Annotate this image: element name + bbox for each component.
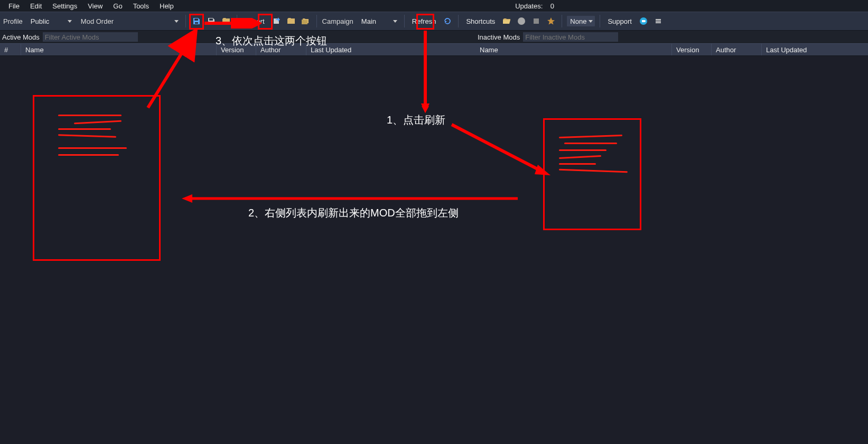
col-version[interactable]: Version (672, 44, 712, 55)
launch-mode-dropdown[interactable]: None (566, 15, 595, 27)
active-pane-header: Active Mods (0, 31, 475, 43)
menu-help[interactable]: Help (154, 1, 179, 12)
folder-open-icon (502, 17, 511, 25)
chevron-down-icon (589, 20, 593, 23)
updates-count: 0 (550, 2, 554, 10)
launch-icon (547, 17, 555, 25)
active-mods-list[interactable] (0, 56, 475, 444)
menu-view[interactable]: View (82, 1, 108, 12)
updates-label: Updates: (515, 2, 543, 10)
col-index[interactable]: # (0, 44, 21, 55)
workshop-icon (532, 17, 540, 25)
col-last-updated[interactable]: Last Updated (762, 44, 868, 55)
inactive-mods-list[interactable] (475, 56, 868, 444)
updates-status: Updates: 0 (511, 1, 558, 12)
col-version[interactable]: Version (217, 44, 256, 55)
active-columns-header: # Name Version Author Last Updated (0, 43, 475, 56)
menu-go[interactable]: Go (108, 1, 127, 12)
export-order-button[interactable] (270, 15, 283, 27)
folders-icon (302, 17, 310, 25)
import-order-button[interactable] (220, 15, 232, 27)
campaign-dropdown[interactable]: Main (358, 15, 400, 27)
save-icon (192, 17, 201, 25)
separator (404, 15, 405, 27)
toolbar: Profile Public Mod Order Export Campaign… (0, 12, 868, 31)
svg-rect-4 (656, 21, 661, 22)
menu-tools[interactable]: Tools (128, 1, 154, 12)
support-menu-button[interactable] (652, 15, 665, 27)
separator (458, 15, 459, 27)
col-author[interactable]: Author (256, 44, 306, 55)
separator (237, 15, 237, 27)
refresh-icon (443, 17, 452, 25)
inactive-mods-filter[interactable] (523, 32, 618, 42)
menubar: File Edit Settings View Go Tools Help Up… (0, 0, 868, 12)
support-label: Support (604, 17, 635, 25)
svg-rect-3 (656, 19, 661, 20)
menu-file[interactable]: File (3, 1, 25, 12)
col-name[interactable]: Name (475, 44, 672, 55)
modorder-dropdown[interactable] (118, 15, 181, 27)
chevron-down-icon (393, 20, 397, 23)
campaign-value: Main (361, 17, 376, 25)
active-mods-pane: Active Mods # Name Version Author Last U… (0, 31, 475, 444)
inactive-mods-title: Inactive Mods (478, 33, 520, 41)
col-last-updated[interactable]: Last Updated (306, 44, 475, 55)
chevron-down-icon (174, 20, 179, 23)
menu-edit[interactable]: Edit (25, 1, 47, 12)
menu-icon (654, 17, 662, 25)
separator (316, 15, 317, 27)
refresh-label[interactable]: Refresh (409, 17, 440, 25)
save-button[interactable] (190, 15, 203, 27)
svg-point-0 (518, 17, 525, 25)
svg-rect-1 (534, 18, 539, 24)
shortcut-folder-button[interactable] (500, 15, 513, 27)
separator (185, 15, 186, 27)
active-mods-filter[interactable] (43, 32, 138, 42)
active-mods-title: Active Mods (2, 33, 40, 41)
svg-rect-5 (656, 22, 661, 23)
profile-label: Profile (2, 17, 25, 25)
support-kofi-button[interactable] (637, 15, 650, 27)
inactive-pane-header: Inactive Mods (475, 31, 868, 43)
campaign-label: Campaign (321, 17, 356, 25)
open-folder-b-button[interactable] (300, 15, 312, 27)
folder-icon (287, 17, 295, 25)
export-button[interactable]: Export (241, 17, 268, 25)
menu-settings[interactable]: Settings (47, 1, 82, 12)
open-folder-a-button[interactable] (285, 15, 297, 27)
main-area: Active Mods # Name Version Author Last U… (0, 31, 868, 444)
separator (562, 15, 562, 27)
shortcut-launch-button[interactable] (545, 15, 557, 27)
import-icon (222, 17, 230, 25)
col-author[interactable]: Author (712, 44, 762, 55)
shortcuts-label: Shortcuts (463, 17, 498, 25)
kofi-icon (639, 17, 648, 25)
refresh-button[interactable] (441, 15, 454, 27)
separator (600, 15, 600, 27)
steam-icon (517, 17, 526, 25)
inactive-columns-header: Name Version Author Last Updated (475, 43, 868, 56)
profile-dropdown[interactable]: Public (27, 15, 74, 27)
col-name[interactable]: Name (21, 44, 217, 55)
launch-mode-value: None (570, 17, 586, 25)
inactive-mods-pane: Inactive Mods Name Version Author Last U… (475, 31, 868, 444)
save-as-icon (207, 17, 216, 25)
shortcut-steam-button[interactable] (515, 15, 528, 27)
chevron-down-icon (68, 20, 72, 23)
modorder-label: Mod Order (80, 17, 116, 25)
shortcut-workshop-button[interactable] (530, 15, 543, 27)
export-order-icon (272, 17, 281, 25)
profile-value: Public (31, 17, 49, 25)
save-as-button[interactable] (205, 15, 218, 27)
